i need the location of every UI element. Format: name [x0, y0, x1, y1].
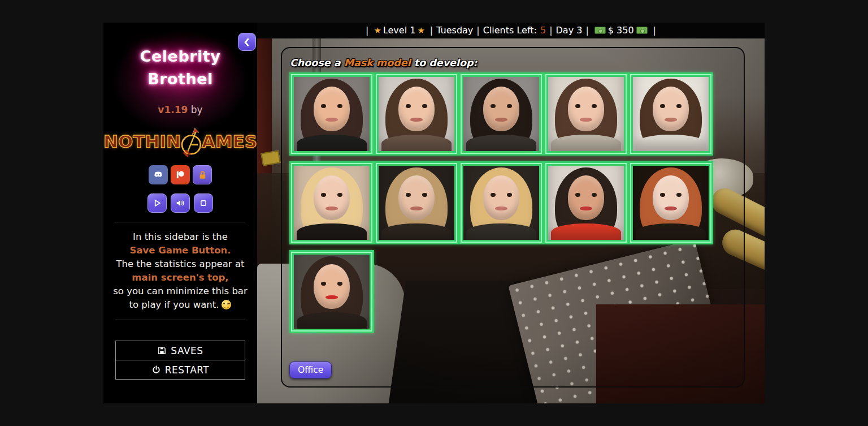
model-portrait — [379, 77, 454, 151]
discord-icon — [152, 169, 164, 181]
wink-emoji-icon — [222, 300, 231, 309]
sidebar-info-line: so you can minimize this bar — [103, 285, 257, 298]
version-number: v1.19 — [158, 104, 188, 115]
photo-frame — [630, 163, 711, 243]
prompt-suffix: to develop: — [411, 57, 478, 68]
clients-left-value: 5 — [540, 25, 546, 36]
logo-text-right: AMES — [202, 131, 257, 152]
model-portrait — [633, 166, 709, 240]
photo-frame — [376, 163, 457, 243]
portrait-hair — [555, 167, 617, 240]
portrait-shoulders — [466, 223, 536, 240]
model-photo-11[interactable] — [289, 250, 374, 333]
model-portrait — [294, 255, 370, 329]
portrait-shoulders — [297, 135, 366, 151]
model-portrait — [548, 77, 624, 151]
social-links — [103, 165, 257, 184]
model-photo-10[interactable] — [628, 161, 713, 244]
separator: | — [585, 25, 588, 36]
status-bar: |★Level 1★|Tuesday|Clients Left:5|Day 3|… — [257, 23, 765, 38]
money-text: $ 350 — [608, 25, 634, 36]
speaker-icon — [175, 197, 186, 209]
portrait-shoulders — [636, 135, 705, 151]
stop-music-button[interactable] — [194, 193, 213, 213]
model-portrait — [379, 166, 454, 240]
separator: | — [549, 25, 552, 36]
money-icon — [636, 27, 648, 34]
separator: | — [476, 25, 479, 36]
portrait-face — [314, 87, 350, 131]
model-portrait — [294, 77, 370, 151]
portrait-face — [398, 175, 435, 220]
model-photo-7[interactable] — [374, 161, 459, 244]
unlock-content-button[interactable] — [193, 165, 212, 184]
photo-frame — [545, 163, 627, 243]
game-title: Celebrity Brothel — [103, 45, 257, 91]
portrait-hair — [470, 167, 532, 240]
model-photo-4[interactable] — [544, 72, 628, 156]
sidebar-info-line: to play if you want. — [103, 298, 257, 312]
by-text: by — [191, 104, 203, 115]
play-icon — [151, 197, 163, 209]
prompt-prefix: Choose a — [290, 57, 344, 68]
model-portrait — [633, 77, 709, 151]
model-photo-1[interactable] — [289, 72, 374, 156]
clients-left-label: Clients Left: — [483, 25, 537, 36]
portrait-shoulders — [297, 223, 366, 240]
portrait-shoulders — [381, 135, 451, 151]
logo-text-left: NOTHIN — [103, 131, 181, 152]
studio-logo: NOTHIN AMES — [103, 123, 257, 160]
model-photo-8[interactable] — [459, 161, 544, 244]
game-title-line1: Celebrity — [103, 45, 257, 68]
patreon-icon — [175, 169, 186, 180]
model-photo-3[interactable] — [459, 72, 544, 156]
day-text: Day 3 — [556, 25, 583, 36]
portrait-shoulders — [551, 223, 620, 240]
sidebar-info-line: The the statistics appear at — [103, 257, 257, 271]
portrait-shoulders — [466, 135, 536, 151]
model-select-panel: Choose a Mask model to develop: Office — [281, 47, 745, 388]
portrait-face — [568, 87, 604, 131]
photo-frame — [461, 74, 542, 154]
sidebar: Celebrity Brothel v1.19 by NOTHIN AMES — [103, 23, 257, 403]
model-row-2 — [289, 161, 713, 244]
office-button[interactable]: Office — [289, 362, 332, 378]
model-photo-6[interactable] — [289, 161, 374, 244]
collapse-sidebar-button[interactable] — [238, 33, 256, 51]
portrait-hair — [555, 79, 617, 151]
star-icon: ★ — [417, 25, 424, 36]
photo-frame — [291, 74, 372, 154]
saves-button[interactable]: SAVES — [115, 341, 245, 360]
choose-model-prompt: Choose a Mask model to develop: — [290, 57, 477, 68]
sidebar-info-text: In this sidebar is theSave Game Button.T… — [103, 230, 257, 312]
portrait-hair — [301, 256, 363, 329]
stop-icon — [198, 197, 209, 209]
saves-button-label: SAVES — [171, 345, 203, 356]
floppy-disk-icon — [157, 346, 167, 355]
money-icon — [594, 27, 606, 34]
photo-frame — [630, 74, 711, 154]
photo-frame — [545, 74, 627, 154]
portrait-face — [314, 264, 350, 309]
model-photo-2[interactable] — [374, 72, 459, 156]
portrait-face — [483, 87, 519, 131]
padlock-icon — [197, 169, 209, 181]
portrait-shoulders — [297, 312, 366, 329]
portrait-face — [398, 87, 435, 131]
model-photo-9[interactable] — [544, 161, 628, 244]
version-line: v1.19 by — [103, 104, 257, 115]
model-photo-5[interactable] — [628, 72, 713, 156]
play-music-button[interactable] — [147, 193, 167, 213]
portrait-face — [568, 175, 604, 220]
photo-frame — [461, 163, 542, 243]
patreon-button[interactable] — [171, 165, 190, 184]
star-icon: ★ — [374, 25, 381, 36]
model-row-3 — [289, 250, 374, 333]
restart-button[interactable]: RESTART — [115, 360, 245, 380]
power-icon — [151, 365, 161, 375]
weekday-text: Tuesday — [436, 25, 473, 36]
photo-frame — [291, 163, 372, 243]
discord-button[interactable] — [149, 165, 168, 184]
volume-button[interactable] — [171, 193, 190, 213]
music-controls — [103, 193, 257, 213]
